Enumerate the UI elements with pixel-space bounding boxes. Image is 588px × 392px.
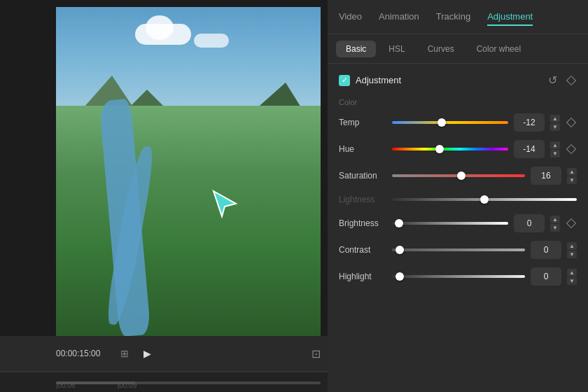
slider-label-saturation: Saturation: [339, 171, 386, 181]
slider-row-highlight: Highlight0▲▼: [339, 267, 577, 286]
stepper-up-contrast[interactable]: ▲: [567, 242, 577, 250]
tab-adjustment[interactable]: Adjustment: [487, 8, 533, 26]
slider-track-inner-brightness: [392, 222, 508, 225]
slider-track-highlight[interactable]: [392, 270, 525, 283]
right-panel: Video Animation Tracking Adjustment Basi…: [328, 0, 588, 392]
slider-track-hue[interactable]: [392, 143, 508, 155]
stepper-up-brightness[interactable]: ▲: [550, 216, 560, 223]
slider-label-temp: Temp: [339, 118, 386, 127]
adjustment-checkbox[interactable]: ✓: [339, 75, 350, 86]
stepper-down-hue[interactable]: ▼: [550, 150, 560, 158]
fullscreen-button[interactable]: ⊡: [312, 347, 321, 360]
section-title-row: ✓ Adjustment: [339, 75, 401, 86]
diamond-btn-temp[interactable]: [566, 117, 577, 128]
slider-row-contrast: Contrast0▲▼: [339, 241, 577, 259]
diamond-btn-hue[interactable]: [566, 144, 577, 155]
panel-content: ✓ Adjustment ↺ Color Temp-12▲▼Hue-14▲▼Sa…: [328, 64, 588, 392]
slider-thumb-hue[interactable]: [435, 145, 444, 153]
slider-label-lightness: Lightness: [339, 195, 386, 204]
slider-thumb-lightness[interactable]: [480, 195, 489, 204]
cloud-1: [135, 24, 191, 45]
slider-track-lightness[interactable]: [392, 193, 577, 206]
tab-tracking[interactable]: Tracking: [436, 8, 470, 26]
stepper-down-temp[interactable]: ▼: [550, 123, 560, 131]
stepper-up-highlight[interactable]: ▲: [567, 269, 577, 276]
value-box-contrast: 0: [531, 241, 561, 259]
value-box-hue: -14: [514, 140, 545, 158]
subtab-hsl[interactable]: HSL: [379, 41, 414, 57]
slider-track-temp[interactable]: [392, 116, 508, 129]
slider-row-brightness: Brightness0▲▼: [339, 214, 577, 232]
slider-track-inner-hue: [392, 148, 508, 150]
timeline-marker-1: |00:06: [56, 382, 76, 389]
value-box-saturation: 16: [531, 167, 561, 185]
section-actions: ↺: [547, 72, 577, 88]
keyframe-diamond[interactable]: [566, 75, 577, 86]
slider-track-brightness[interactable]: [392, 217, 508, 230]
slider-row-temp: Temp-12▲▼: [339, 113, 577, 132]
grid-icon: ⊞: [120, 348, 129, 359]
tab-video[interactable]: Video: [339, 8, 362, 26]
diamond-btn-brightness[interactable]: [566, 218, 577, 229]
stepper-temp: ▲▼: [550, 115, 560, 131]
sub-tabs: Basic HSL Curves Color wheel: [328, 34, 588, 64]
timecode: 00:00:15:00: [56, 349, 112, 358]
subtab-curves[interactable]: Curves: [418, 41, 464, 57]
slider-track-inner-highlight: [392, 275, 525, 278]
scene-fields: [56, 106, 321, 336]
slider-thumb-temp[interactable]: [438, 118, 446, 127]
slider-track-saturation[interactable]: [392, 169, 525, 182]
svg-marker-0: [214, 191, 236, 216]
stepper-up-hue[interactable]: ▲: [550, 141, 560, 149]
slider-row-saturation: Saturation16▲▼: [339, 167, 577, 185]
timeline-marker-2: |00:09: [118, 382, 137, 389]
value-box-highlight: 0: [531, 267, 561, 286]
reset-button[interactable]: ↺: [547, 72, 559, 88]
slider-track-inner-contrast: [392, 248, 525, 251]
stepper-up-saturation[interactable]: ▲: [567, 168, 577, 176]
value-box-brightness: 0: [514, 214, 545, 232]
stepper-down-brightness[interactable]: ▼: [550, 224, 560, 232]
slider-track-inner-saturation: [392, 174, 525, 177]
slider-track-contrast[interactable]: [392, 244, 525, 256]
stepper-hue: ▲▼: [550, 141, 560, 158]
stepper-down-saturation[interactable]: ▼: [567, 176, 577, 184]
stepper-down-highlight[interactable]: ▼: [567, 277, 577, 285]
slider-row-lightness: Lightness: [339, 193, 577, 206]
slider-track-inner-temp: [392, 121, 508, 124]
controls-bar: 00:00:15:00 ⊞ ⊡: [0, 336, 328, 371]
slider-thumb-contrast[interactable]: [396, 246, 404, 254]
slider-label-contrast: Contrast: [339, 245, 386, 255]
sliders-container: Temp-12▲▼Hue-14▲▼Saturation16▲▼Lightness…: [339, 113, 577, 286]
video-area: [56, 7, 321, 336]
cloud-2: [194, 34, 229, 48]
slider-thumb-highlight[interactable]: [396, 272, 404, 281]
slider-track-inner-lightness: [392, 198, 577, 201]
tab-animation[interactable]: Animation: [379, 8, 419, 26]
subtab-basic[interactable]: Basic: [336, 41, 376, 57]
play-button[interactable]: [137, 344, 157, 363]
slider-label-highlight: Highlight: [339, 272, 386, 281]
section-header: ✓ Adjustment ↺: [339, 72, 577, 88]
timeline-bar[interactable]: [0, 372, 328, 392]
slider-row-hue: Hue-14▲▼: [339, 140, 577, 158]
subtab-color-wheel[interactable]: Color wheel: [467, 41, 531, 57]
color-section-label: Color: [339, 98, 577, 106]
stepper-up-temp[interactable]: ▲: [550, 115, 560, 122]
stepper-brightness: ▲▼: [550, 216, 560, 232]
slider-label-brightness: Brightness: [339, 218, 386, 228]
stepper-saturation: ▲▼: [567, 168, 577, 184]
value-box-temp: -12: [514, 113, 545, 132]
video-scene: [56, 7, 321, 336]
top-tabs: Video Animation Tracking Adjustment: [328, 0, 588, 34]
stepper-contrast: ▲▼: [567, 242, 577, 258]
slider-label-hue: Hue: [339, 144, 386, 154]
left-panel: 00:00:15:00 ⊞ ⊡ |00:06 |00:09: [0, 0, 328, 392]
slider-thumb-saturation[interactable]: [457, 172, 465, 180]
stepper-down-contrast[interactable]: ▼: [567, 251, 577, 258]
slider-thumb-brightness[interactable]: [395, 219, 403, 227]
stepper-highlight: ▲▼: [567, 269, 577, 285]
section-label: Adjustment: [356, 75, 401, 85]
